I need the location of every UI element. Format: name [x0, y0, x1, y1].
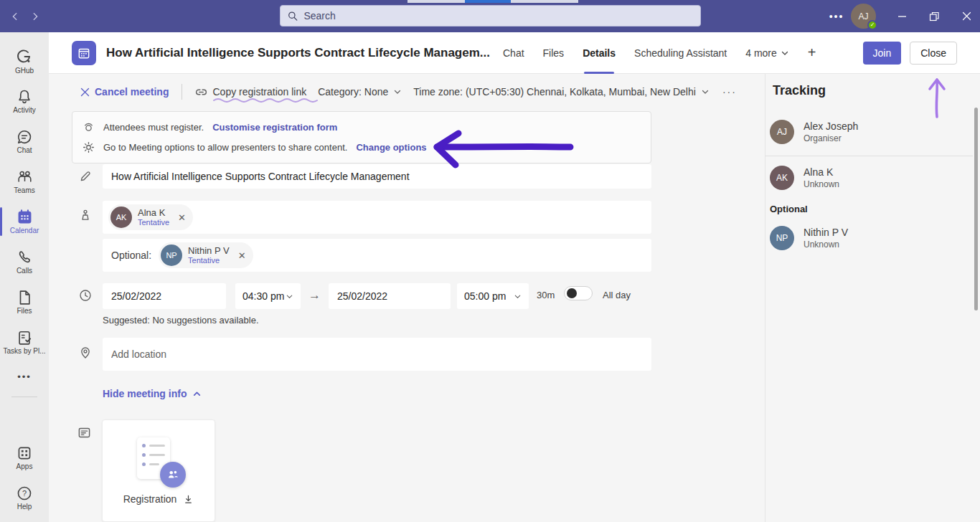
- restore-window-icon: [929, 11, 939, 22]
- registration-label: Registration: [123, 493, 177, 505]
- annotation-squiggle-underline: [212, 98, 320, 103]
- customise-registration-form-link[interactable]: Customise registration form: [212, 122, 337, 133]
- tab-files[interactable]: Files: [543, 32, 565, 74]
- gear-icon: [83, 141, 95, 153]
- attendee-rsvp-status: Tentative: [188, 256, 230, 265]
- end-date-input[interactable]: [329, 283, 451, 309]
- start-date-input[interactable]: [103, 283, 226, 309]
- attendee-role: Organiser: [804, 133, 858, 144]
- help-circle-icon: ?: [17, 485, 32, 501]
- date-range-arrow-icon: →: [308, 288, 321, 303]
- attendee-avatar: NP: [161, 245, 182, 266]
- attendee-name: Alna K: [138, 208, 169, 218]
- sidebar-item-tasks[interactable]: Tasks by Pl...: [0, 322, 49, 362]
- sidebar-item-teams[interactable]: Teams: [0, 161, 49, 201]
- search-bar[interactable]: [280, 5, 701, 27]
- sidebar-item-files[interactable]: Files: [0, 282, 49, 322]
- optional-attendees-field[interactable]: Optional: NP Nithin P V Tentative ✕: [103, 239, 651, 272]
- restore-window-button[interactable]: [920, 0, 948, 32]
- sidebar-item-apps[interactable]: Apps: [0, 437, 49, 478]
- location-input[interactable]: [103, 338, 651, 371]
- tracking-row-alex[interactable]: AJ Alex Joseph Organiser: [770, 120, 858, 144]
- attendee-rsvp-status: Unknown: [804, 179, 839, 190]
- tracking-optional-heading: Optional: [770, 204, 808, 214]
- attendee-chip-nithin[interactable]: NP Nithin P V Tentative ✕: [159, 242, 253, 268]
- sidebar-item-activity[interactable]: Activity: [0, 81, 49, 121]
- cancel-meeting-button[interactable]: Cancel meeting: [80, 86, 169, 98]
- all-day-label: All day: [603, 290, 631, 300]
- optional-label: Optional:: [111, 250, 151, 261]
- add-tab-button[interactable]: +: [808, 44, 816, 61]
- back-button[interactable]: [7, 9, 23, 24]
- panel-scrollbar[interactable]: [974, 108, 978, 310]
- meeting-details-content: Cancel meeting Copy registration link Ca…: [49, 74, 765, 522]
- chevron-up-icon: [192, 389, 202, 399]
- attendee-rsvp-status: Unknown: [804, 239, 848, 250]
- tracking-row-alna[interactable]: AK Alna K Unknown: [770, 166, 839, 190]
- chevron-right-icon: [30, 11, 40, 22]
- calendar-event-icon: [77, 46, 91, 60]
- sidebar-item-chat[interactable]: Chat: [0, 121, 49, 161]
- tracking-row-nithin[interactable]: NP Nithin P V Unknown: [770, 226, 848, 250]
- sidebar-item-ghub[interactable]: GHub: [0, 41, 49, 81]
- attendee-person-icon: [79, 209, 92, 222]
- apps-grid-icon: [17, 445, 32, 461]
- close-window-button[interactable]: [953, 0, 980, 32]
- chat-bubble-icon: [17, 129, 32, 145]
- app-sidebar: GHub Activity Chat Teams Calendar Calls …: [0, 32, 49, 522]
- search-input[interactable]: [303, 10, 693, 22]
- sidebar-item-calls[interactable]: Calls: [0, 242, 49, 282]
- clock-icon: [79, 289, 92, 302]
- start-time-select[interactable]: 04:30 pm: [235, 283, 301, 309]
- hide-meeting-info-link[interactable]: Hide meeting info: [103, 388, 202, 399]
- end-time-select[interactable]: 05:00 pm: [457, 283, 529, 309]
- chevron-down-icon: [781, 49, 789, 57]
- category-dropdown[interactable]: Category: None: [318, 86, 402, 98]
- attendee-avatar: NP: [770, 226, 794, 250]
- tab-more[interactable]: 4 more: [745, 32, 789, 74]
- sidebar-divider: [11, 397, 37, 397]
- meeting-title-input[interactable]: [103, 164, 651, 189]
- minimize-button[interactable]: [888, 0, 915, 32]
- people-group-icon: [17, 169, 33, 185]
- remove-attendee-button[interactable]: ✕: [178, 212, 186, 223]
- tab-chat[interactable]: Chat: [503, 32, 524, 74]
- meeting-header: How Artificial Intelligence Supports Con…: [49, 32, 980, 74]
- top-tab-strip-active-segment: [465, 0, 511, 3]
- meeting-duration: 30m: [537, 290, 555, 300]
- all-day-toggle[interactable]: [564, 286, 593, 300]
- attendee-name: Alex Joseph: [804, 120, 858, 133]
- chevron-down-icon: [286, 293, 293, 300]
- minimize-icon: [897, 11, 907, 21]
- chevron-down-icon: [514, 293, 522, 300]
- sidebar-more-apps-button[interactable]: •••: [17, 362, 32, 391]
- sidebar-item-calendar[interactable]: Calendar: [0, 201, 49, 242]
- tab-scheduling-assistant[interactable]: Scheduling Assistant: [634, 32, 727, 74]
- attendee-chip-alna[interactable]: AK Alna K Tentative ✕: [108, 204, 193, 230]
- command-bar-more-button[interactable]: ···: [722, 86, 737, 98]
- attendee-name: Nithin P V: [804, 226, 848, 239]
- download-icon[interactable]: [183, 494, 194, 505]
- tracking-title: Tracking: [773, 83, 826, 98]
- registration-card[interactable]: Registration: [102, 419, 215, 522]
- suggested-times-text: Suggested: No suggestions available.: [103, 315, 259, 326]
- tab-details[interactable]: Details: [583, 32, 616, 74]
- remove-attendee-button[interactable]: ✕: [238, 250, 246, 261]
- search-icon: [288, 11, 298, 22]
- join-button[interactable]: Join: [863, 42, 902, 65]
- time-zone-dropdown[interactable]: Time zone: (UTC+05:30) Chennai, Kolkata,…: [413, 86, 710, 98]
- top-tab-strip-segment: [407, 0, 465, 3]
- sidebar-item-help[interactable]: ? Help: [0, 478, 49, 518]
- change-options-link[interactable]: Change options: [356, 142, 426, 153]
- attendee-avatar: AK: [110, 207, 132, 228]
- meeting-notes-icon: [77, 426, 91, 440]
- forward-button[interactable]: [27, 9, 43, 24]
- user-avatar[interactable]: AJ ✓: [851, 4, 876, 29]
- location-pin-icon: [79, 346, 92, 359]
- copy-registration-link-button[interactable]: Copy registration link: [195, 86, 306, 98]
- cancel-x-icon: [80, 87, 90, 97]
- attendee-name: Nithin P V: [188, 246, 230, 256]
- close-button[interactable]: Close: [910, 42, 957, 65]
- required-attendees-field[interactable]: AK Alna K Tentative ✕: [103, 201, 651, 234]
- titlebar-more-button[interactable]: •••: [824, 0, 849, 32]
